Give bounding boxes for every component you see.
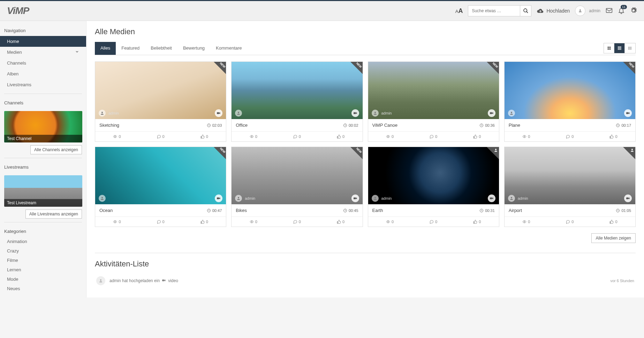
logo[interactable]: ViMP: [7, 5, 29, 16]
upload-button[interactable]: Hochladen: [537, 7, 570, 14]
svg-rect-11: [618, 48, 619, 49]
header: ViMP AA Hochladen admin 11: [0, 0, 644, 21]
likes-stat: 0: [609, 134, 617, 139]
svg-rect-3: [606, 8, 612, 13]
category-item[interactable]: Mode: [7, 274, 79, 284]
svg-point-31: [374, 112, 376, 113]
eye-icon: [250, 134, 254, 139]
thumb-user: admin: [372, 110, 392, 117]
user-avatar-icon: [372, 195, 379, 202]
notifications-button[interactable]: 11: [618, 7, 625, 15]
clock-icon: [343, 123, 347, 127]
tab-bewertung[interactable]: Bewertung: [177, 42, 210, 55]
category-item[interactable]: Crazy: [7, 246, 79, 256]
thumbs-up-icon: [337, 220, 341, 224]
main-content: Alle Medien AllesFeaturedBeliebtheitBewe…: [86, 21, 644, 297]
svg-rect-32: [490, 112, 492, 114]
view-grid-large-button[interactable]: [604, 43, 614, 53]
livestream-thumb[interactable]: Test Livestream: [4, 175, 82, 207]
show-all-livestreams-button[interactable]: Alle Livestreams anzeigen: [25, 210, 82, 219]
media-card[interactable]: NEWPlane00:17000: [504, 61, 636, 142]
media-card[interactable]: adminAirport01:05000: [504, 147, 636, 227]
video-camera-icon: [624, 194, 632, 202]
media-thumb[interactable]: NEWadmin: [368, 62, 499, 119]
media-card[interactable]: NEWadminBikes00:45000: [231, 147, 363, 227]
svg-point-57: [100, 279, 101, 281]
settings-button[interactable]: [630, 7, 637, 15]
svg-point-52: [631, 149, 633, 150]
user-icon: [630, 148, 634, 153]
media-card[interactable]: adminEarth00:31000: [368, 147, 499, 227]
svg-point-23: [101, 112, 103, 113]
category-item[interactable]: Filme: [7, 256, 79, 265]
views-stat: 0: [250, 220, 257, 224]
media-card[interactable]: NEWOcean00:47000: [95, 147, 226, 227]
sidebar-item-medien[interactable]: Medien: [0, 47, 86, 58]
media-thumb[interactable]: NEW: [232, 62, 362, 119]
sidebar-item-label: Channels: [7, 60, 26, 66]
channel-thumb[interactable]: Test Channel: [4, 111, 82, 142]
comment-icon: [430, 220, 434, 224]
category-item[interactable]: Lernen: [7, 265, 79, 274]
clock-icon: [479, 123, 484, 127]
nav-section-title: Navigation: [0, 25, 86, 36]
video-camera-icon: [624, 109, 632, 117]
font-size-toggle[interactable]: AA: [455, 7, 463, 15]
comment-icon: [430, 134, 434, 139]
media-thumb[interactable]: NEW: [95, 147, 226, 204]
user-menu[interactable]: admin: [575, 6, 600, 16]
gear-icon: [630, 7, 637, 14]
comments-stat: 0: [293, 134, 301, 139]
show-all-channels-button[interactable]: Alle Channels anzeigen: [30, 145, 82, 154]
svg-rect-10: [620, 46, 621, 47]
svg-rect-15: [619, 49, 620, 50]
thumb-user: [235, 110, 242, 117]
comment-icon: [566, 220, 570, 224]
thumb-user-name: admin: [108, 111, 119, 115]
media-duration: 01:05: [616, 208, 631, 213]
svg-point-51: [387, 221, 388, 222]
view-list-button[interactable]: [625, 43, 635, 53]
svg-rect-40: [217, 198, 219, 199]
tab-featured[interactable]: Featured: [116, 42, 145, 55]
sidebar-item-home[interactable]: Home: [0, 36, 86, 47]
activity-item[interactable]: admin hat hochgeladen einvideovor 6 Stun…: [95, 273, 636, 288]
thumb-user-name: admin: [381, 111, 392, 115]
comment-icon: [293, 134, 297, 139]
media-thumb[interactable]: admin: [505, 147, 635, 204]
tab-beliebtheit[interactable]: Beliebtheit: [145, 42, 177, 55]
sidebar-item-alben[interactable]: Alben: [0, 68, 86, 79]
sidebar: Navigation HomeMedienChannelsAlbenLivest…: [0, 21, 86, 297]
media-thumb[interactable]: admin: [368, 147, 499, 204]
eye-icon: [250, 220, 254, 224]
media-thumb[interactable]: NEWadmin: [232, 147, 362, 204]
search-input[interactable]: [468, 5, 520, 16]
sidebar-item-livestreams[interactable]: Livestreams: [0, 79, 86, 90]
category-item[interactable]: Animation: [7, 237, 79, 246]
svg-rect-17: [629, 47, 629, 47]
messages-button[interactable]: [606, 7, 613, 15]
user-avatar-icon: [575, 6, 585, 16]
media-card[interactable]: NEWadminViMP Canoe00:36000: [368, 61, 499, 142]
eye-icon: [113, 134, 117, 139]
envelope-icon: [606, 7, 613, 14]
video-camera-icon: [488, 109, 495, 117]
search-button[interactable]: [520, 5, 531, 16]
media-title: Ocean: [99, 208, 113, 213]
media-duration: 00:47: [207, 208, 222, 213]
thumb-user: admin: [235, 195, 255, 202]
sidebar-item-channels[interactable]: Channels: [0, 58, 86, 68]
svg-point-53: [511, 197, 512, 198]
media-thumb[interactable]: NEW: [505, 62, 635, 119]
tab-alles[interactable]: Alles: [95, 42, 116, 55]
show-all-media-button[interactable]: Alle Medien zeigen: [591, 233, 636, 243]
category-item[interactable]: Neues: [7, 284, 79, 293]
media-card[interactable]: NEWadminSketching02:03000: [95, 61, 226, 142]
tab-kommentare[interactable]: Kommentare: [210, 42, 247, 55]
video-camera-icon: [215, 194, 222, 202]
media-card[interactable]: NEWOffice00:02000: [231, 61, 363, 142]
media-thumb[interactable]: NEWadmin: [95, 62, 226, 119]
svg-point-46: [251, 221, 252, 222]
view-grid-small-button[interactable]: [614, 43, 625, 53]
views-stat: 0: [386, 220, 394, 224]
